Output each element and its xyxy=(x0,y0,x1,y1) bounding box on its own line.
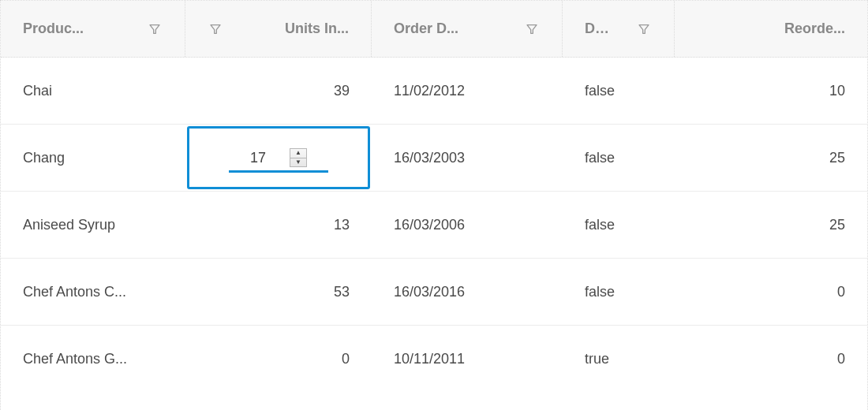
column-header-units-label: Units In... xyxy=(252,20,349,37)
cell-value: 16/03/2006 xyxy=(394,217,465,233)
cell-orderdate[interactable]: 10/11/2011 xyxy=(372,326,563,393)
cell-disc[interactable]: false xyxy=(563,58,675,124)
filter-icon[interactable] xyxy=(208,21,223,37)
cell-units[interactable]: 0 xyxy=(185,326,372,393)
svg-marker-0 xyxy=(150,24,159,33)
cell-orderdate[interactable]: 16/03/2006 xyxy=(372,192,563,258)
cell-value: 16/03/2003 xyxy=(394,150,465,166)
cell-product[interactable]: Chang xyxy=(1,125,185,191)
numeric-editor[interactable]: 17 ▲ ▼ xyxy=(187,126,370,189)
cell-value: Aniseed Syrup xyxy=(23,217,115,233)
cell-reorder[interactable]: 25 xyxy=(675,192,867,258)
cell-value: 39 xyxy=(334,83,350,99)
cell-orderdate[interactable]: 16/03/2003 xyxy=(372,125,563,191)
cell-value: 11/02/2012 xyxy=(394,83,465,99)
spinner[interactable]: ▲ ▼ xyxy=(290,148,307,167)
cell-value: false xyxy=(585,83,615,99)
column-header-orderdate-label: Order D... xyxy=(394,20,496,37)
column-header-units[interactable]: Units In... xyxy=(185,1,372,57)
cell-reorder[interactable]: 0 xyxy=(675,326,867,393)
table-row[interactable]: Chang 17 ▲ ▼ 16/03/2003 false xyxy=(1,125,867,192)
cell-disc[interactable]: false xyxy=(563,125,675,191)
cell-value: true xyxy=(585,351,609,367)
filter-icon[interactable] xyxy=(147,21,163,37)
cell-units-editing[interactable]: 17 ▲ ▼ xyxy=(185,125,372,191)
cell-value: Chef Antons G... xyxy=(23,351,127,367)
table-row[interactable]: Aniseed Syrup 13 16/03/2006 false 25 xyxy=(1,192,867,259)
cell-product[interactable]: Chai xyxy=(1,58,185,124)
cell-product[interactable]: Chef Antons G... xyxy=(1,326,185,393)
numeric-input[interactable]: 17 xyxy=(250,150,269,166)
svg-marker-3 xyxy=(639,24,649,33)
editor-underline xyxy=(229,170,328,173)
cell-value: 10 xyxy=(829,83,845,99)
cell-units[interactable]: 39 xyxy=(185,58,372,124)
column-header-product[interactable]: Produc... xyxy=(1,1,185,57)
column-header-disc[interactable]: Di... xyxy=(563,1,675,57)
caret-up-icon: ▲ xyxy=(295,150,301,156)
cell-value: 10/11/2011 xyxy=(394,351,465,367)
column-header-product-label: Produc... xyxy=(23,20,134,37)
cell-value: false xyxy=(585,150,615,166)
cell-value: Chai xyxy=(23,83,52,99)
spinner-down-button[interactable]: ▼ xyxy=(290,158,306,167)
cell-value: 25 xyxy=(829,217,845,233)
table-row[interactable]: Chef Antons C... 53 16/03/2016 false 0 xyxy=(1,259,867,326)
svg-marker-1 xyxy=(211,24,220,33)
table-row[interactable]: Chai 39 11/02/2012 false 10 xyxy=(1,58,867,125)
cell-value: Chang xyxy=(23,150,65,166)
cell-value: 25 xyxy=(829,150,845,166)
cell-product[interactable]: Chef Antons C... xyxy=(1,259,185,325)
cell-product[interactable]: Aniseed Syrup xyxy=(1,192,185,258)
cell-value: false xyxy=(585,284,615,300)
svg-marker-2 xyxy=(527,24,537,33)
grid-header-row: Produc... Units In... Order D... Di... xyxy=(1,1,867,58)
cell-value: 16/03/2016 xyxy=(394,284,465,300)
cell-value: Chef Antons C... xyxy=(23,284,126,300)
cell-disc[interactable]: false xyxy=(563,192,675,258)
cell-value: 0 xyxy=(342,351,350,367)
column-header-orderdate[interactable]: Order D... xyxy=(372,1,563,57)
data-grid: Produc... Units In... Order D... Di... xyxy=(0,0,868,410)
cell-units[interactable]: 53 xyxy=(185,259,372,325)
cell-value: 0 xyxy=(837,351,845,367)
cell-orderdate[interactable]: 16/03/2016 xyxy=(372,259,563,325)
cell-reorder[interactable]: 25 xyxy=(675,125,867,191)
column-header-disc-label: Di... xyxy=(585,20,608,37)
cell-orderdate[interactable]: 11/02/2012 xyxy=(372,58,563,124)
cell-value: false xyxy=(585,217,615,233)
cell-value: 53 xyxy=(334,284,350,300)
spinner-up-button[interactable]: ▲ xyxy=(290,149,306,158)
cell-units[interactable]: 13 xyxy=(185,192,372,258)
cell-disc[interactable]: true xyxy=(563,326,675,393)
cell-reorder[interactable]: 10 xyxy=(675,58,867,124)
cell-reorder[interactable]: 0 xyxy=(675,259,867,325)
column-header-reorder[interactable]: Reorde... xyxy=(675,1,867,57)
cell-value: 0 xyxy=(837,284,845,300)
caret-down-icon: ▼ xyxy=(295,159,301,166)
cell-value: 13 xyxy=(334,217,350,233)
table-row[interactable]: Chef Antons G... 0 10/11/2011 true 0 xyxy=(1,326,867,393)
cell-disc[interactable]: false xyxy=(563,259,675,325)
column-header-reorder-label: Reorde... xyxy=(697,20,845,37)
filter-icon[interactable] xyxy=(636,21,652,37)
filter-icon[interactable] xyxy=(524,21,540,37)
